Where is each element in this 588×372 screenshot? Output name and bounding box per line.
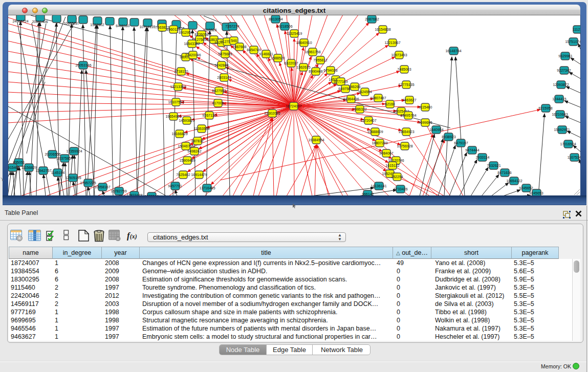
svg-text:15692971: 15692971 — [554, 128, 570, 132]
svg-text:11325419: 11325419 — [287, 32, 302, 35]
svg-text:10654122: 10654122 — [506, 179, 522, 183]
svg-text:9498242: 9498242 — [187, 149, 201, 153]
svg-text:24055724: 24055724 — [12, 19, 28, 23]
svg-text:10655287: 10655287 — [63, 21, 79, 25]
svg-text:20206556: 20206556 — [45, 152, 60, 156]
svg-text:12213967: 12213967 — [384, 41, 400, 45]
svg-text:16107553: 16107553 — [168, 100, 184, 104]
svg-text:10688609: 10688609 — [367, 130, 383, 134]
svg-text:9115460: 9115460 — [419, 105, 432, 109]
svg-text:16782759: 16782759 — [111, 189, 126, 193]
svg-text:3915405: 3915405 — [8, 166, 20, 169]
svg-text:6322037: 6322037 — [284, 61, 298, 65]
svg-text:1527602: 1527602 — [90, 23, 104, 27]
svg-text:12505195: 12505195 — [65, 176, 81, 180]
svg-text:8454749: 8454749 — [247, 48, 260, 52]
svg-text:17957225: 17957225 — [80, 181, 96, 185]
svg-text:546: 546 — [231, 39, 237, 42]
svg-text:62160: 62160 — [385, 102, 395, 106]
svg-text:1362615: 1362615 — [296, 65, 310, 69]
svg-text:16154838: 16154838 — [375, 28, 390, 31]
svg-text:9329961: 9329961 — [558, 54, 572, 58]
svg-text:12093872: 12093872 — [553, 83, 569, 86]
svg-text:20691406: 20691406 — [32, 20, 48, 24]
svg-text:1167534: 1167534 — [568, 156, 580, 159]
svg-text:19384554: 19384554 — [308, 138, 324, 142]
svg-text:17016504: 17016504 — [560, 142, 576, 146]
svg-text:19654923: 19654923 — [398, 130, 414, 134]
svg-text:21364436: 21364436 — [343, 97, 359, 101]
svg-text:12213369: 12213369 — [170, 85, 186, 89]
svg-text:9227342: 9227342 — [557, 69, 571, 72]
svg-text:11121: 11121 — [573, 28, 580, 31]
svg-text:13495784: 13495784 — [400, 114, 416, 117]
svg-text:10756928: 10756928 — [397, 144, 412, 148]
svg-text:14593821: 14593821 — [179, 119, 194, 122]
svg-text:19166825: 19166825 — [171, 132, 187, 136]
svg-text:8813054: 8813054 — [269, 17, 282, 21]
svg-text:8471636: 8471636 — [497, 171, 511, 174]
svg-text:16148784: 16148784 — [445, 49, 461, 53]
svg-text:2087682: 2087682 — [365, 17, 379, 21]
svg-text:7955812: 7955812 — [313, 58, 327, 62]
svg-text:2933114: 2933114 — [476, 156, 490, 159]
svg-text:7625402: 7625402 — [176, 173, 190, 177]
svg-text:887832: 887832 — [191, 139, 203, 143]
svg-text:17359924: 17359924 — [66, 149, 82, 153]
svg-text:1640954: 1640954 — [429, 128, 443, 132]
svg-text:18640910: 18640910 — [296, 41, 312, 45]
svg-text:1145194: 1145194 — [51, 171, 65, 174]
svg-text:5875685: 5875685 — [218, 52, 232, 56]
svg-text:9463627: 9463627 — [402, 98, 416, 102]
svg-text:7986322: 7986322 — [353, 107, 366, 111]
svg-text:9474444: 9474444 — [465, 148, 479, 152]
svg-text:9267130: 9267130 — [202, 114, 216, 117]
svg-text:22420046: 22420046 — [185, 53, 201, 57]
svg-text:6794028: 6794028 — [323, 69, 337, 72]
svg-text:9699695: 9699695 — [418, 121, 432, 124]
svg-text:8990448: 8990448 — [309, 70, 322, 73]
svg-text:252254: 252254 — [391, 175, 403, 179]
svg-text:23302085: 23302085 — [264, 112, 280, 115]
svg-text:9457791: 9457791 — [168, 184, 182, 188]
svg-text:7485003: 7485003 — [397, 68, 411, 71]
svg-text:13716485: 13716485 — [199, 186, 215, 190]
svg-text:12775135: 12775135 — [398, 83, 414, 86]
svg-text:16210643: 16210643 — [552, 113, 568, 116]
svg-text:2867608: 2867608 — [232, 45, 246, 49]
svg-text:6466160: 6466160 — [116, 24, 129, 28]
svg-text:11156829: 11156829 — [21, 166, 37, 169]
svg-text:9245653: 9245653 — [529, 191, 543, 195]
svg-text:18724007: 18724007 — [286, 104, 301, 108]
svg-text:8215958: 8215958 — [538, 106, 552, 110]
svg-text:13942757: 13942757 — [35, 169, 51, 172]
svg-text:3624554: 3624554 — [358, 90, 372, 94]
svg-text:20053346: 20053346 — [75, 63, 91, 67]
svg-text:16961758: 16961758 — [304, 50, 320, 54]
svg-text:9245652: 9245652 — [519, 186, 533, 190]
svg-text:16543382: 16543382 — [184, 42, 200, 46]
svg-text:7632621: 7632621 — [487, 164, 500, 167]
svg-text:2803144: 2803144 — [217, 76, 231, 79]
svg-text:9084067: 9084067 — [379, 151, 393, 155]
svg-text:15909489: 15909489 — [179, 159, 195, 162]
svg-text:1588520: 1588520 — [271, 56, 285, 60]
svg-text:14136141: 14136141 — [371, 184, 386, 188]
svg-text:11353594: 11353594 — [194, 127, 210, 130]
svg-text:8427552: 8427552 — [212, 89, 226, 93]
svg-text:10807487: 10807487 — [370, 96, 386, 100]
svg-text:417006: 417006 — [212, 101, 224, 105]
svg-text:10719135: 10719135 — [139, 25, 155, 29]
svg-text:15751074: 15751074 — [565, 40, 580, 43]
svg-text:15720407: 15720407 — [360, 119, 376, 122]
svg-text:18807249: 18807249 — [372, 141, 387, 145]
svg-text:1244415: 1244415 — [552, 97, 566, 101]
svg-text:19654963: 19654963 — [165, 115, 181, 118]
svg-text:9777169: 9777169 — [334, 80, 347, 83]
svg-text:6479197: 6479197 — [454, 141, 468, 145]
svg-text:10375857: 10375857 — [57, 157, 73, 160]
svg-text:16914479: 16914479 — [191, 173, 207, 177]
svg-text:19218506: 19218506 — [276, 25, 292, 28]
svg-text:9242848: 9242848 — [214, 63, 228, 67]
svg-text:10973493: 10973493 — [391, 53, 407, 57]
